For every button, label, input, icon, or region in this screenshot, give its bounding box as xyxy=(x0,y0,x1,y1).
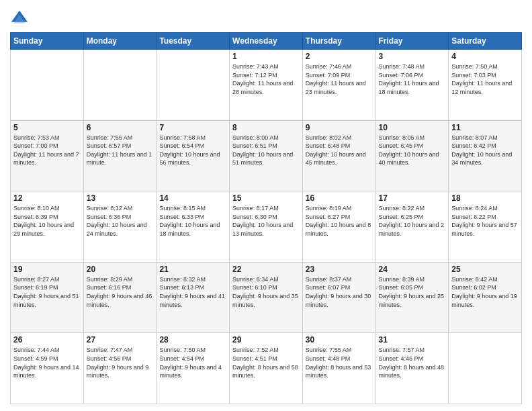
day-number: 28 xyxy=(159,335,226,345)
day-number: 7 xyxy=(159,123,226,132)
header-day-saturday: Saturday xyxy=(449,33,522,50)
day-number: 22 xyxy=(232,265,300,274)
day-cell: 31 Sunrise: 7:57 AMSunset: 4:46 PMDaylig… xyxy=(375,333,449,404)
day-info: Sunrise: 7:47 AMSunset: 4:56 PMDaylight:… xyxy=(87,347,149,379)
header-row: SundayMondayTuesdayWednesdayThursdayFrid… xyxy=(11,33,522,50)
day-number: 9 xyxy=(306,123,373,132)
header xyxy=(10,7,522,28)
day-info: Sunrise: 8:07 AMSunset: 6:42 PMDaylight:… xyxy=(451,134,512,167)
day-info: Sunrise: 8:15 AMSunset: 6:33 PMDaylight:… xyxy=(159,205,220,237)
week-row-1: 5 Sunrise: 7:53 AMSunset: 7:00 PMDayligh… xyxy=(11,120,522,191)
day-number: 12 xyxy=(13,193,81,203)
day-info: Sunrise: 7:48 AMSunset: 7:06 PMDaylight:… xyxy=(379,63,439,95)
day-info: Sunrise: 8:27 AMSunset: 6:19 PMDaylight:… xyxy=(13,276,79,308)
day-number: 20 xyxy=(87,265,154,274)
day-info: Sunrise: 8:39 AMSunset: 6:05 PMDaylight:… xyxy=(379,276,445,308)
day-cell: 3 Sunrise: 7:48 AMSunset: 7:06 PMDayligh… xyxy=(375,50,449,121)
day-cell: 25 Sunrise: 8:42 AMSunset: 6:02 PMDaylig… xyxy=(449,262,522,333)
day-cell: 30 Sunrise: 7:55 AMSunset: 4:48 PMDaylig… xyxy=(302,333,375,404)
day-cell: 18 Sunrise: 8:24 AMSunset: 6:22 PMDaylig… xyxy=(449,191,522,263)
day-number: 26 xyxy=(13,335,81,345)
day-cell: 27 Sunrise: 7:47 AMSunset: 4:56 PMDaylig… xyxy=(83,333,157,404)
day-number: 3 xyxy=(379,52,446,61)
day-info: Sunrise: 7:50 AMSunset: 7:03 PMDaylight:… xyxy=(451,63,512,95)
day-cell: 5 Sunrise: 7:53 AMSunset: 7:00 PMDayligh… xyxy=(11,120,84,191)
week-row-3: 19 Sunrise: 8:27 AMSunset: 6:19 PMDaylig… xyxy=(11,262,522,333)
day-cell: 26 Sunrise: 7:44 AMSunset: 4:59 PMDaylig… xyxy=(11,333,84,404)
day-info: Sunrise: 8:12 AMSunset: 6:36 PMDaylight:… xyxy=(87,205,147,237)
day-info: Sunrise: 7:55 AMSunset: 4:48 PMDaylight:… xyxy=(306,347,371,379)
day-number: 23 xyxy=(306,265,373,274)
day-cell: 1 Sunrise: 7:43 AMSunset: 7:12 PMDayligh… xyxy=(230,50,303,121)
day-cell: 17 Sunrise: 8:22 AMSunset: 6:25 PMDaylig… xyxy=(375,191,449,263)
day-info: Sunrise: 7:43 AMSunset: 7:12 PMDaylight:… xyxy=(232,63,293,95)
day-info: Sunrise: 8:10 AMSunset: 6:39 PMDaylight:… xyxy=(13,205,74,237)
day-info: Sunrise: 8:32 AMSunset: 6:13 PMDaylight:… xyxy=(159,276,225,308)
page: SundayMondayTuesdayWednesdayThursdayFrid… xyxy=(0,0,532,411)
day-info: Sunrise: 8:29 AMSunset: 6:16 PMDaylight:… xyxy=(87,276,152,308)
day-info: Sunrise: 8:19 AMSunset: 6:27 PMDaylight:… xyxy=(306,205,371,237)
day-cell: 13 Sunrise: 8:12 AMSunset: 6:36 PMDaylig… xyxy=(83,191,157,263)
day-info: Sunrise: 8:02 AMSunset: 6:48 PMDaylight:… xyxy=(306,134,366,167)
day-cell: 10 Sunrise: 8:05 AMSunset: 6:45 PMDaylig… xyxy=(375,120,449,191)
day-cell: 11 Sunrise: 8:07 AMSunset: 6:42 PMDaylig… xyxy=(449,120,522,191)
day-cell xyxy=(83,50,157,121)
day-number: 21 xyxy=(159,265,226,274)
day-number: 17 xyxy=(379,193,446,203)
calendar-table: SundayMondayTuesdayWednesdayThursdayFrid… xyxy=(10,32,522,404)
day-number: 15 xyxy=(232,193,300,203)
day-cell: 22 Sunrise: 8:34 AMSunset: 6:10 PMDaylig… xyxy=(230,262,303,333)
day-number: 29 xyxy=(232,335,300,345)
day-info: Sunrise: 7:55 AMSunset: 6:57 PMDaylight:… xyxy=(87,134,152,167)
day-cell: 12 Sunrise: 8:10 AMSunset: 6:39 PMDaylig… xyxy=(11,191,84,263)
day-cell: 20 Sunrise: 8:29 AMSunset: 6:16 PMDaylig… xyxy=(83,262,157,333)
day-info: Sunrise: 7:46 AMSunset: 7:09 PMDaylight:… xyxy=(306,63,366,95)
header-day-tuesday: Tuesday xyxy=(157,33,230,50)
day-info: Sunrise: 8:22 AMSunset: 6:25 PMDaylight:… xyxy=(379,205,445,237)
day-info: Sunrise: 8:17 AMSunset: 6:30 PMDaylight:… xyxy=(232,205,293,237)
day-cell: 4 Sunrise: 7:50 AMSunset: 7:03 PMDayligh… xyxy=(449,50,522,121)
header-day-monday: Monday xyxy=(83,33,157,50)
week-row-2: 12 Sunrise: 8:10 AMSunset: 6:39 PMDaylig… xyxy=(11,191,522,263)
logo xyxy=(10,9,30,28)
day-cell: 9 Sunrise: 8:02 AMSunset: 6:48 PMDayligh… xyxy=(302,120,375,191)
day-number: 24 xyxy=(379,265,446,274)
day-info: Sunrise: 8:05 AMSunset: 6:45 PMDaylight:… xyxy=(379,134,439,167)
day-cell: 28 Sunrise: 7:50 AMSunset: 4:54 PMDaylig… xyxy=(157,333,230,404)
day-number: 4 xyxy=(451,52,519,61)
day-number: 1 xyxy=(232,52,300,61)
day-number: 18 xyxy=(451,193,519,203)
week-row-4: 26 Sunrise: 7:44 AMSunset: 4:59 PMDaylig… xyxy=(11,333,522,404)
day-info: Sunrise: 7:53 AMSunset: 7:00 PMDaylight:… xyxy=(13,134,79,167)
day-info: Sunrise: 7:52 AMSunset: 4:51 PMDaylight:… xyxy=(232,347,298,379)
day-number: 2 xyxy=(306,52,373,61)
day-info: Sunrise: 8:37 AMSunset: 6:07 PMDaylight:… xyxy=(306,276,371,308)
week-row-0: 1 Sunrise: 7:43 AMSunset: 7:12 PMDayligh… xyxy=(11,50,522,121)
day-info: Sunrise: 7:50 AMSunset: 4:54 PMDaylight:… xyxy=(159,347,222,379)
day-number: 6 xyxy=(87,123,154,132)
day-cell: 16 Sunrise: 8:19 AMSunset: 6:27 PMDaylig… xyxy=(302,191,375,263)
day-info: Sunrise: 7:58 AMSunset: 6:54 PMDaylight:… xyxy=(159,134,220,167)
day-info: Sunrise: 8:42 AMSunset: 6:02 PMDaylight:… xyxy=(451,276,517,308)
day-number: 10 xyxy=(379,123,446,132)
day-number: 30 xyxy=(306,335,373,345)
header-day-thursday: Thursday xyxy=(302,33,375,50)
day-cell: 15 Sunrise: 8:17 AMSunset: 6:30 PMDaylig… xyxy=(230,191,303,263)
day-cell: 14 Sunrise: 8:15 AMSunset: 6:33 PMDaylig… xyxy=(157,191,230,263)
day-cell xyxy=(157,50,230,121)
day-cell: 19 Sunrise: 8:27 AMSunset: 6:19 PMDaylig… xyxy=(11,262,84,333)
day-number: 31 xyxy=(379,335,446,345)
day-number: 8 xyxy=(232,123,300,132)
day-number: 11 xyxy=(451,123,519,132)
day-cell: 29 Sunrise: 7:52 AMSunset: 4:51 PMDaylig… xyxy=(230,333,303,404)
day-number: 5 xyxy=(13,123,81,132)
header-day-friday: Friday xyxy=(375,33,449,50)
day-cell: 24 Sunrise: 8:39 AMSunset: 6:05 PMDaylig… xyxy=(375,262,449,333)
day-cell xyxy=(11,50,84,121)
day-info: Sunrise: 8:24 AMSunset: 6:22 PMDaylight:… xyxy=(451,205,517,237)
day-info: Sunrise: 7:44 AMSunset: 4:59 PMDaylight:… xyxy=(13,347,79,379)
day-cell: 8 Sunrise: 8:00 AMSunset: 6:51 PMDayligh… xyxy=(230,120,303,191)
day-cell: 21 Sunrise: 8:32 AMSunset: 6:13 PMDaylig… xyxy=(157,262,230,333)
day-number: 16 xyxy=(306,193,373,203)
day-number: 25 xyxy=(451,265,519,274)
